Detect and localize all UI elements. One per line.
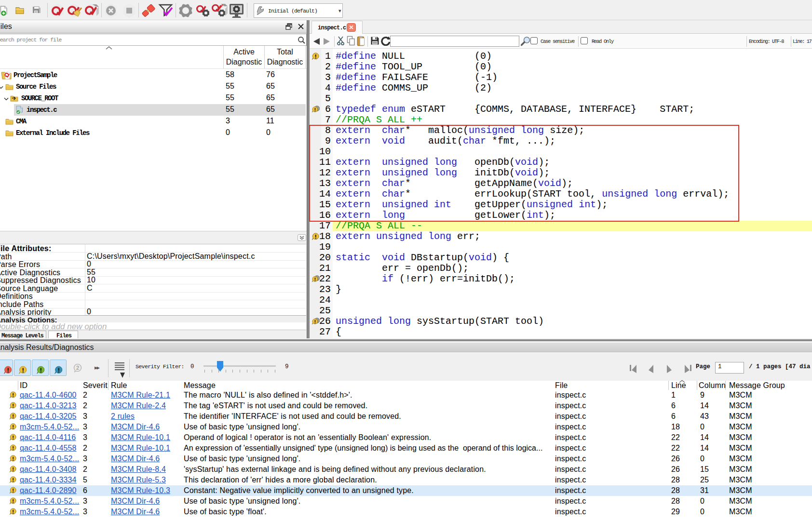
svg-text:2: 2 — [76, 365, 79, 371]
